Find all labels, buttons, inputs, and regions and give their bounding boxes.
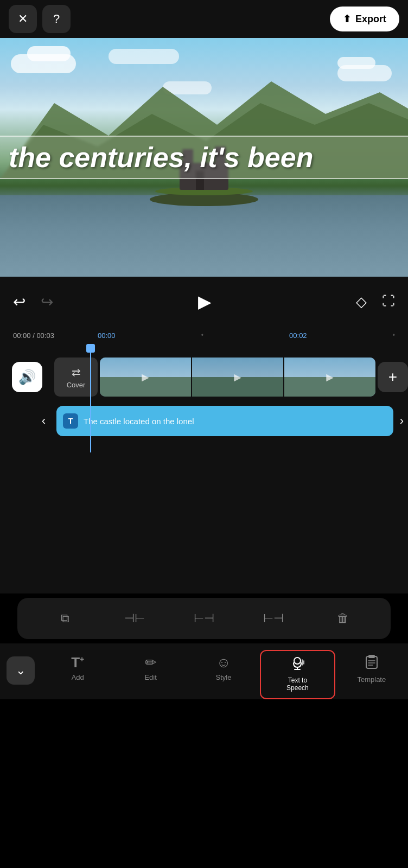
text-track-side: ‹ (0, 410, 54, 432)
bottom-toolbar-wrapper: ⧉ ⊣⊢ ⊢⊣ ⊢⊣ 🗑 (0, 593, 408, 643)
play-icon-2: ▶ (234, 372, 241, 382)
svg-point-2 (294, 658, 301, 664)
video-track-row: 🔊 ⇄ Cover ▶ ▶ (0, 353, 408, 401)
split-start-button[interactable]: ⊣⊢ (122, 605, 148, 631)
subtitle-overlay: the centuries, it's been (0, 136, 408, 179)
close-button[interactable]: ✕ (9, 5, 37, 33)
expand-button[interactable]: ⌄ (7, 656, 35, 685)
help-button[interactable]: ? (42, 5, 71, 33)
video-thumb-1: ▶ (100, 358, 191, 397)
split-button[interactable]: ⊢⊣ (191, 605, 217, 631)
video-thumb-2: ▶ (192, 358, 283, 397)
expand-section: ⌄ (0, 650, 41, 695)
nav-item-add[interactable]: T+ Add (41, 650, 114, 690)
add-clip-button[interactable]: + (378, 362, 408, 392)
copy-clip-button[interactable]: ⧉ (52, 605, 78, 631)
nav-template-label: Template (357, 675, 386, 684)
keyframe-button[interactable]: ◇ (356, 293, 367, 310)
redo-button[interactable]: ↪ (41, 293, 53, 311)
nav-item-edit[interactable]: ✏ Edit (114, 650, 187, 690)
split-end-button[interactable]: ⊢⊣ (260, 605, 286, 631)
export-button[interactable]: ⬆ Export (330, 7, 399, 31)
nav-item-tts[interactable]: Text toSpeech (260, 650, 335, 699)
copy-icon: ⧉ (61, 611, 69, 626)
text-track-right-arrow[interactable]: › (396, 410, 408, 432)
nav-add-icon: T+ (71, 654, 84, 671)
video-strip[interactable]: ▶ ▶ ▶ (100, 358, 375, 397)
undo-button[interactable]: ↩ (13, 293, 25, 311)
nav-style-icon: ☺ (216, 654, 231, 671)
timeline-tracks: 🔊 ⇄ Cover ▶ ▶ (0, 344, 408, 452)
split-end-icon: ⊢⊣ (263, 611, 284, 626)
audio-track-side: 🔊 (0, 362, 54, 392)
ctrl-left-group: ↩ ↪ (13, 293, 53, 311)
playhead-head (86, 344, 95, 353)
video-thumb-3: ▶ (284, 358, 375, 397)
split-icon: ⊢⊣ (194, 611, 214, 626)
time-marker-1: 00:00 (98, 331, 116, 340)
text-track-row: ‹ T The castle located on the lonel › (0, 401, 408, 441)
nav-template-icon (364, 654, 379, 673)
ctrl-right-group: ◇ ⛶ (356, 293, 395, 310)
text-clip-label: The castle located on the lonel (84, 417, 387, 426)
nav-item-style[interactable]: ☺ Style (187, 650, 260, 690)
nav-add-label: Add (72, 673, 84, 681)
expand-icon: ⌄ (16, 663, 25, 678)
export-icon: ⬆ (343, 13, 351, 25)
timeline-empty (0, 452, 408, 593)
play-button[interactable]: ▶ (189, 286, 220, 317)
nav-edit-icon: ✏ (145, 654, 157, 671)
svg-rect-8 (368, 655, 375, 658)
svg-rect-7 (366, 656, 377, 668)
fullscreen-button[interactable]: ⛶ (382, 293, 395, 310)
bottom-nav: ⌄ T+ Add ✏ Edit ☺ Style Text toSp (0, 643, 408, 699)
split-start-icon: ⊣⊢ (124, 611, 145, 626)
play-icon: ▶ (198, 291, 212, 312)
export-label: Export (355, 14, 386, 25)
top-bar: ✕ ? ⬆ Export (0, 0, 408, 38)
subtitle-text: the centuries, it's been (9, 141, 399, 174)
time-dot-1: • (201, 331, 203, 340)
time-dot-2: • (393, 331, 395, 340)
nav-style-label: Style (216, 673, 232, 681)
cover-thumb[interactable]: ⇄ Cover (54, 358, 98, 397)
nav-tts-icon (289, 655, 305, 674)
video-preview: the centuries, it's been (0, 38, 408, 277)
time-ruler: 00:00 / 00:03 00:00 • 00:02 • (0, 327, 408, 344)
controls-bar: ↩ ↪ ▶ ◇ ⛶ (0, 277, 408, 327)
audio-button[interactable]: 🔊 (12, 362, 42, 392)
video-track-content: ⇄ Cover ▶ ▶ ▶ (54, 358, 408, 397)
top-bar-left: ✕ ? (9, 5, 71, 33)
delete-icon: 🗑 (337, 611, 349, 626)
time-marker-2: 00:02 (289, 331, 307, 340)
delete-clip-button[interactable]: 🗑 (330, 605, 356, 631)
cover-swap-icon: ⇄ (72, 366, 81, 379)
text-track-left-arrow[interactable]: ‹ (37, 410, 50, 432)
play-icon-1: ▶ (142, 372, 149, 382)
nav-tts-label: Text toSpeech (286, 676, 309, 692)
text-clip[interactable]: T The castle located on the lonel (56, 406, 393, 436)
current-time: 00:00 / 00:03 (13, 331, 54, 340)
audio-icon: 🔊 (18, 369, 36, 386)
play-icon-3: ▶ (327, 372, 333, 382)
playhead (90, 344, 91, 452)
cover-label: Cover (67, 381, 86, 389)
nav-item-template[interactable]: Template (335, 650, 408, 692)
text-clip-type-icon: T (63, 413, 78, 429)
bottom-toolbar: ⧉ ⊣⊢ ⊢⊣ ⊢⊣ 🗑 (17, 598, 391, 639)
nav-edit-label: Edit (144, 673, 156, 681)
ruler-marks: 00:00 • 00:02 • (98, 331, 395, 340)
